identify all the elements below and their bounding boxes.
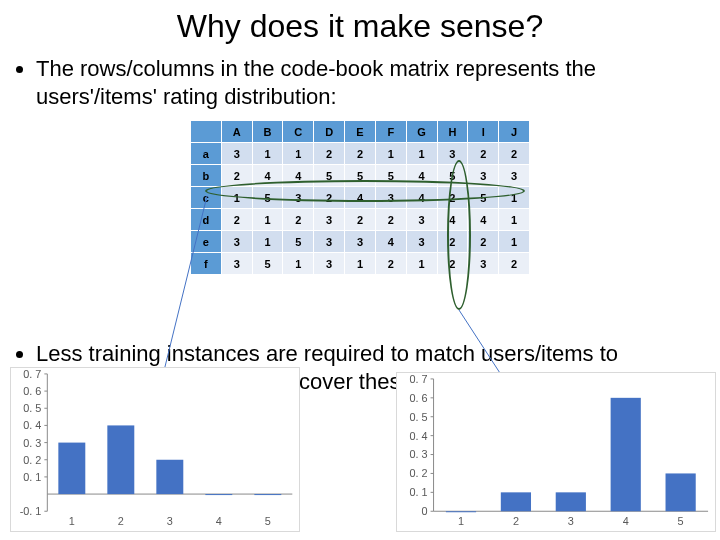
svg-text:3: 3	[568, 515, 574, 527]
svg-rect-28	[254, 494, 281, 495]
svg-rect-22	[107, 425, 134, 494]
svg-text:0. 6: 0. 6	[410, 392, 428, 404]
table-header-row: ABCDEFGHIJ	[191, 121, 530, 143]
svg-text:5: 5	[678, 515, 684, 527]
svg-text:1: 1	[69, 515, 75, 527]
svg-text:0. 1: 0. 1	[410, 486, 428, 498]
svg-rect-52	[556, 492, 586, 511]
table-row: b2445554533	[191, 165, 530, 187]
svg-text:-0. 1: -0. 1	[20, 505, 42, 517]
svg-text:4: 4	[216, 515, 222, 527]
svg-rect-48	[446, 511, 476, 512]
svg-text:5: 5	[265, 515, 271, 527]
svg-text:0: 0	[422, 505, 428, 517]
svg-rect-54	[611, 398, 641, 511]
slide-title: Why does it make sense?	[0, 8, 720, 45]
svg-text:0. 4: 0. 4	[410, 430, 428, 442]
table-row: f3513121232	[191, 253, 530, 275]
svg-text:0. 5: 0. 5	[410, 411, 428, 423]
svg-text:0. 5: 0. 5	[23, 402, 41, 414]
svg-text:0. 3: 0. 3	[23, 437, 41, 449]
svg-text:0. 6: 0. 6	[23, 385, 41, 397]
table-row: c1532434251	[191, 187, 530, 209]
svg-rect-20	[58, 443, 85, 494]
chart-left: -0. 10. 10. 20. 30. 40. 50. 60. 712345	[10, 367, 300, 532]
table-row: a3112211322	[191, 143, 530, 165]
svg-text:0. 2: 0. 2	[23, 454, 41, 466]
svg-text:4: 4	[623, 515, 629, 527]
table-row: e3153343221	[191, 231, 530, 253]
chart-right: 00. 10. 20. 30. 40. 50. 60. 712345	[396, 372, 716, 532]
svg-text:1: 1	[458, 515, 464, 527]
svg-text:0. 7: 0. 7	[410, 373, 428, 385]
svg-rect-24	[156, 460, 183, 494]
svg-text:0. 1: 0. 1	[23, 471, 41, 483]
svg-text:2: 2	[513, 515, 519, 527]
svg-rect-56	[666, 473, 696, 511]
svg-text:0. 4: 0. 4	[23, 419, 41, 431]
svg-text:0. 2: 0. 2	[410, 467, 428, 479]
codebook-table: ABCDEFGHIJ a3112211322 b2445554533 c1532…	[190, 120, 530, 275]
svg-text:0. 7: 0. 7	[23, 368, 41, 380]
svg-rect-50	[501, 492, 531, 511]
table-row: d2123223441	[191, 209, 530, 231]
bullet-1: The rows/columns in the code-book matrix…	[36, 55, 720, 110]
svg-rect-26	[205, 494, 232, 495]
svg-text:0. 3: 0. 3	[410, 448, 428, 460]
svg-text:3: 3	[167, 515, 173, 527]
svg-text:2: 2	[118, 515, 124, 527]
